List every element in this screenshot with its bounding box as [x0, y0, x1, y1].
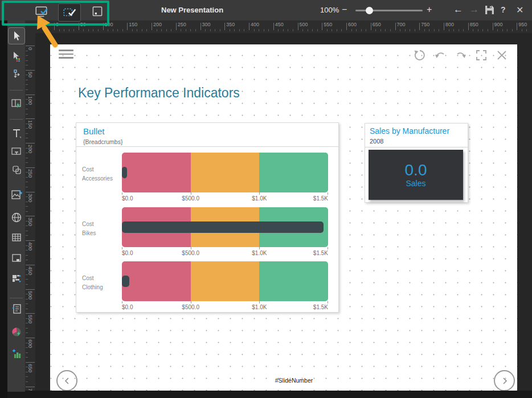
- tool-shape-button[interactable]: [9, 162, 24, 178]
- ruler-tick: [473, 29, 473, 31]
- ruler-tick: [26, 284, 28, 285]
- ruler-tick: [181, 29, 181, 31]
- chevron-right-icon: [501, 377, 509, 385]
- ruler-tick: [26, 84, 28, 85]
- axis-tick: [328, 192, 328, 195]
- text-icon: [11, 128, 22, 139]
- ruler-label: 100: [105, 22, 113, 27]
- reset-rotation-button[interactable]: [412, 48, 427, 63]
- ruler-tick: [26, 99, 28, 100]
- placeholder-view-button[interactable]: [87, 3, 108, 20]
- axis-tick-label: $1.5K: [313, 304, 328, 310]
- slide-canvas[interactable]: Key Performance Indicators Bullet {Bread…: [50, 44, 517, 391]
- ruler-tick: [526, 29, 527, 31]
- ruler-tick: [371, 23, 371, 30]
- tool-text-frame-button[interactable]: [9, 143, 24, 159]
- slide-number-placeholder[interactable]: #SlideNumber: [275, 377, 313, 384]
- close-window-button[interactable]: ✕: [516, 5, 523, 15]
- save-button[interactable]: [485, 5, 494, 17]
- bullet-category-label: CostBikes: [82, 220, 120, 238]
- undo-icon: [433, 48, 447, 62]
- notes-list-icon: [11, 303, 22, 314]
- ruler-tick: [186, 29, 186, 31]
- sidebar-divider: [10, 90, 23, 91]
- ruler-tick: [26, 192, 35, 192]
- tool-slide-layout-button[interactable]: [9, 96, 24, 112]
- ruler-label: 500: [300, 22, 308, 27]
- undo-rotate-button[interactable]: [433, 48, 448, 63]
- axis-tick-label: $1.0K: [252, 304, 267, 310]
- ruler-tick: [517, 23, 517, 30]
- ruler-tick: [26, 196, 28, 197]
- ruler-tick: [73, 29, 74, 31]
- ruler-label: 600: [348, 22, 357, 27]
- fit-screen-button[interactable]: [474, 48, 489, 63]
- kpi-card[interactable]: Sales by Manufacturer 2008 0.0 Sales: [365, 123, 468, 203]
- ruler-tick: [26, 172, 28, 173]
- ruler-tick: [26, 55, 28, 56]
- select-cursor-icon: [11, 30, 22, 42]
- previous-slide-button[interactable]: [56, 370, 77, 391]
- axis-tick: [191, 192, 191, 195]
- tool-notes-list-button[interactable]: [9, 301, 24, 317]
- ruler-tick: [26, 128, 28, 129]
- ruler-tick: [497, 29, 498, 31]
- ruler-label: 150: [129, 22, 137, 27]
- tool-smart-grid-button[interactable]: [9, 270, 24, 286]
- axis-tick-label: $0.0: [122, 195, 133, 202]
- ruler-tick: [26, 148, 28, 149]
- tool-web-page-button[interactable]: [9, 210, 24, 225]
- tool-table-button[interactable]: [9, 229, 24, 245]
- slide-check-view-button[interactable]: [58, 3, 81, 22]
- ruler-label: 550: [27, 315, 33, 323]
- tool-frame-button[interactable]: [9, 250, 24, 266]
- redo-rotate-button[interactable]: [453, 48, 468, 63]
- ruler-tick: [356, 29, 357, 31]
- undo-button[interactable]: ←: [453, 4, 463, 15]
- ruler-tick: [26, 118, 35, 119]
- next-slide-button[interactable]: [494, 370, 515, 391]
- vertical-ruler: 0501001502002503003504004505005506006507…: [25, 33, 35, 398]
- zoom-out-button[interactable]: −: [342, 5, 347, 15]
- ruler-tick: [26, 133, 28, 134]
- bullet-chart-card[interactable]: Bullet {Breadcrumbs} $0.0$500.0$1.0K$1.5…: [76, 122, 339, 313]
- ruler-tick: [26, 265, 35, 265]
- tool-connector-button[interactable]: [9, 67, 24, 83]
- bullet-range-segment: [122, 261, 191, 301]
- zoom-level: 100%: [320, 6, 339, 14]
- tool-text-button[interactable]: [9, 125, 24, 141]
- ruler-label: 450: [275, 22, 284, 27]
- image-icon: [11, 189, 22, 200]
- ruler-label: 350: [226, 22, 235, 27]
- ruler-tick: [468, 23, 469, 30]
- slide-title[interactable]: Key Performance Indicators: [78, 85, 240, 101]
- zoom-in-button[interactable]: +: [427, 5, 432, 15]
- ruler-tick: [302, 29, 303, 31]
- desktop-check-view-button[interactable]: [31, 3, 52, 20]
- ruler-label: 400: [251, 22, 259, 27]
- slide-menu-button[interactable]: [59, 50, 73, 60]
- tool-image-button[interactable]: [9, 187, 24, 203]
- ruler-tick: [26, 211, 28, 212]
- ruler-tick: [59, 29, 60, 31]
- ruler-tick: [26, 343, 28, 343]
- bullet-category-label: CostAccessories: [82, 165, 120, 183]
- zoom-slider-thumb[interactable]: [366, 7, 373, 14]
- ruler-tick: [26, 109, 28, 109]
- ruler-tick: [26, 347, 28, 348]
- tool-bar-chart-button[interactable]: [9, 346, 24, 362]
- bullet-plot-area: $0.0$500.0$1.0K$1.5K$0.0$500.0$1.0K$1.5K…: [122, 153, 328, 310]
- tool-pie-chart-button[interactable]: [9, 324, 24, 340]
- close-slide-button[interactable]: [494, 48, 509, 63]
- globe-icon: [11, 212, 22, 223]
- help-button[interactable]: ?: [501, 5, 506, 14]
- ruler-tick: [26, 338, 35, 338]
- tool-direct-select-button[interactable]: [9, 49, 24, 65]
- redo-icon: [454, 48, 468, 62]
- zoom-slider[interactable]: [355, 10, 423, 11]
- tool-select-button[interactable]: [8, 27, 25, 44]
- ruler-tick: [26, 274, 28, 275]
- ruler-tick: [26, 95, 35, 95]
- ruler-tick: [224, 23, 225, 30]
- redo-button[interactable]: →: [469, 4, 479, 15]
